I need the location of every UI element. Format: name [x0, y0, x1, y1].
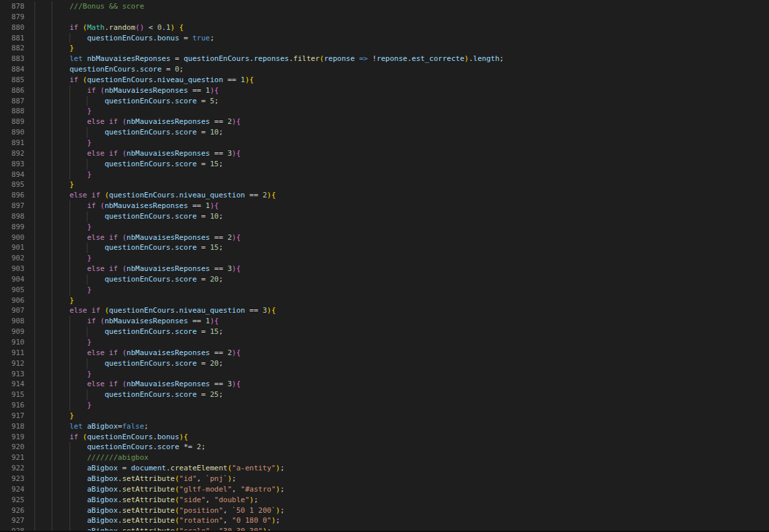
line-number[interactable]: 882: [0, 43, 25, 54]
line-number[interactable]: 899: [0, 222, 25, 233]
code-line-content[interactable]: questionEnCours.score = 15;: [25, 242, 223, 253]
code-line-content[interactable]: questionEnCours.score = 25;: [25, 390, 223, 400]
line-number[interactable]: 885: [0, 75, 25, 85]
line-number[interactable]: 910: [0, 337, 25, 348]
line-number[interactable]: 922: [0, 463, 25, 474]
line-number[interactable]: 892: [0, 148, 25, 159]
code-line-content[interactable]: if (nbMauvaisesReponses == 1){: [25, 316, 219, 327]
line-number[interactable]: 906: [0, 295, 25, 306]
code-line-content[interactable]: aBigbox = document.createElement("a-enti…: [25, 463, 285, 474]
line-number[interactable]: 909: [0, 327, 25, 337]
code-line-content[interactable]: else if (nbMauvaisesReponses == 3){: [25, 264, 240, 274]
line-number[interactable]: 890: [0, 127, 25, 138]
line-number[interactable]: 894: [0, 170, 25, 180]
line-number[interactable]: 926: [0, 505, 25, 516]
code-line-content[interactable]: questionEnCours.bonus = true;: [25, 33, 215, 44]
code-line-content[interactable]: }: [25, 180, 74, 190]
line-number[interactable]: 891: [0, 138, 25, 148]
code-line-content[interactable]: }: [25, 138, 91, 148]
code-line-content[interactable]: questionEnCours.score = 15;: [25, 159, 223, 170]
line-number[interactable]: 904: [0, 274, 25, 285]
line-number[interactable]: 921: [0, 452, 25, 463]
code-line-content[interactable]: }: [25, 170, 91, 180]
code-line-content[interactable]: questionEnCours.score = 20;: [25, 358, 223, 369]
code-line-content[interactable]: }: [25, 43, 74, 54]
code-line-content[interactable]: if (nbMauvaisesReponses == 1){: [25, 85, 219, 96]
line-number[interactable]: 879: [0, 12, 25, 23]
code-line-content[interactable]: let aBigbox=false;: [25, 421, 148, 432]
line-number[interactable]: 925: [0, 495, 25, 505]
line-number[interactable]: 908: [0, 316, 25, 327]
line-number[interactable]: 912: [0, 358, 25, 369]
line-number[interactable]: 907: [0, 305, 25, 316]
code-line-content[interactable]: aBigbox.setAttribute("id", `pnj`);: [25, 474, 236, 484]
code-line-content[interactable]: aBigbox.setAttribute("side", "double");: [25, 495, 258, 505]
code-line-content[interactable]: let nbMauvaisesReponses = questionEnCour…: [25, 54, 504, 64]
line-number[interactable]: 895: [0, 180, 25, 190]
code-line-content[interactable]: ///Bonus && score: [25, 1, 144, 12]
line-number[interactable]: 927: [0, 515, 25, 526]
code-line-content[interactable]: if (Math.random() < 0.1) {: [25, 23, 183, 33]
code-line-content[interactable]: if (questionEnCours.bonus){: [25, 432, 188, 443]
line-number[interactable]: 889: [0, 117, 25, 127]
line-number[interactable]: 886: [0, 85, 25, 96]
code-line-content[interactable]: questionEnCours.score = 20;: [25, 274, 223, 285]
code-line-content[interactable]: ///////abigbox: [25, 452, 148, 463]
line-number[interactable]: 883: [0, 54, 25, 64]
code-line-content[interactable]: else if (questionEnCours.niveau_question…: [25, 305, 276, 316]
line-number[interactable]: 901: [0, 242, 25, 253]
code-line-content[interactable]: aBigbox.setAttribute("gltf-model", "#ast…: [25, 484, 285, 495]
code-line-content[interactable]: }: [25, 411, 74, 421]
line-number[interactable]: 884: [0, 64, 25, 75]
code-line-content[interactable]: }: [25, 253, 91, 264]
code-line-content[interactable]: else if (nbMauvaisesReponses == 2){: [25, 348, 240, 358]
line-number[interactable]: 898: [0, 211, 25, 222]
code-line-content[interactable]: questionEnCours.score *= 2;: [25, 442, 205, 452]
line-number[interactable]: 911: [0, 348, 25, 358]
code-line-content[interactable]: questionEnCours.score = 10;: [25, 127, 223, 138]
code-line-content[interactable]: }: [25, 369, 91, 380]
line-number[interactable]: 905: [0, 285, 25, 295]
line-number[interactable]: 915: [0, 390, 25, 400]
code-line-content[interactable]: else if (nbMauvaisesReponses == 3){: [25, 379, 240, 390]
code-line-content[interactable]: }: [25, 222, 91, 233]
code-line-content[interactable]: else if (questionEnCours.niveau_question…: [25, 190, 276, 201]
code-line-content[interactable]: }: [25, 285, 91, 295]
line-number[interactable]: 914: [0, 379, 25, 390]
code-line-content[interactable]: aBigbox.setAttribute("position", `50 1 2…: [25, 505, 285, 516]
line-number[interactable]: 918: [0, 421, 25, 432]
line-number[interactable]: 896: [0, 190, 25, 201]
code-line-content[interactable]: }: [25, 106, 91, 117]
code-line-content[interactable]: questionEnCours.score = 5;: [25, 96, 219, 107]
code-line-content[interactable]: else if (nbMauvaisesReponses == 2){: [25, 117, 240, 127]
line-number[interactable]: 902: [0, 253, 25, 264]
line-number[interactable]: 924: [0, 484, 25, 495]
line-number[interactable]: 917: [0, 411, 25, 421]
code-line-content[interactable]: else if (nbMauvaisesReponses == 2){: [25, 233, 240, 243]
code-line-content[interactable]: questionEnCours.score = 0;: [25, 64, 183, 75]
code-line-content[interactable]: aBigbox.setAttribute("rotation", "0 180 …: [25, 515, 280, 526]
line-number[interactable]: 916: [0, 400, 25, 411]
code-line-content[interactable]: [25, 12, 70, 23]
line-number[interactable]: 913: [0, 369, 25, 380]
line-number[interactable]: 887: [0, 96, 25, 107]
line-number[interactable]: 897: [0, 201, 25, 211]
code-line-content[interactable]: }: [25, 295, 74, 306]
code-line-content[interactable]: }: [25, 337, 91, 348]
line-number[interactable]: 878: [0, 1, 25, 12]
line-number[interactable]: 888: [0, 106, 25, 117]
code-line-content[interactable]: if (questionEnCours.niveau_question == 1…: [25, 75, 254, 85]
code-line-content[interactable]: else if (nbMauvaisesReponses == 3){: [25, 148, 240, 159]
line-number[interactable]: 919: [0, 432, 25, 443]
line-number[interactable]: 900: [0, 233, 25, 243]
line-number[interactable]: 920: [0, 442, 25, 452]
line-number[interactable]: 923: [0, 474, 25, 484]
line-number[interactable]: 881: [0, 33, 25, 44]
line-number[interactable]: 893: [0, 159, 25, 170]
code-line-content[interactable]: }: [25, 400, 91, 411]
code-line-content[interactable]: if (nbMauvaisesReponses == 1){: [25, 201, 219, 211]
line-number[interactable]: 880: [0, 23, 25, 33]
code-line-content[interactable]: questionEnCours.score = 15;: [25, 327, 223, 337]
code-editor[interactable]: 878///Bonus && score879880if (Math.rando…: [0, 1, 769, 532]
line-number[interactable]: 903: [0, 264, 25, 274]
